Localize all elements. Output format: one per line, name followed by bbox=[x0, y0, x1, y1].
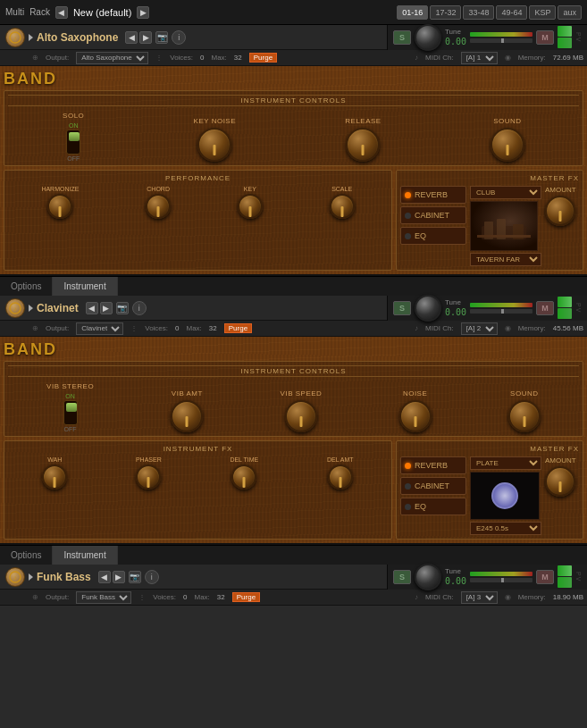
clav-toggle[interactable] bbox=[63, 400, 78, 425]
clav-vibamt-ctrl: VIB AMT bbox=[171, 389, 203, 432]
clav-reverb-type-select[interactable]: PLATE CLUB HALL bbox=[470, 456, 541, 470]
sax-mute-btn[interactable]: M bbox=[536, 30, 554, 45]
sax-amount-knob[interactable] bbox=[545, 196, 575, 226]
clav-tune-knob[interactable] bbox=[415, 295, 441, 322]
sax-output-select[interactable]: Alto Saxophone bbox=[76, 52, 148, 64]
clav-sound-knob[interactable] bbox=[508, 400, 541, 432]
app-title: Multi bbox=[5, 7, 24, 17]
clav-vibamt-knob[interactable] bbox=[171, 400, 203, 432]
clav-off-label: OFF bbox=[64, 426, 77, 432]
sax-options-tab[interactable]: Options bbox=[0, 277, 53, 296]
funk-mute-btn[interactable]: M bbox=[536, 570, 554, 584]
funk-info-btn[interactable]: i bbox=[145, 570, 159, 584]
clav-solo-btn[interactable]: S bbox=[393, 301, 411, 315]
clav-cabinet-btn[interactable]: CABINET bbox=[400, 477, 466, 495]
sax-vol-bar[interactable] bbox=[470, 32, 532, 37]
funk-solo-btn[interactable]: S bbox=[393, 570, 411, 584]
clav-wah-knob[interactable] bbox=[42, 464, 67, 490]
sax-reverb-subtype-select[interactable]: TAVERN FAR TAVERN NEAR bbox=[470, 253, 541, 266]
clav-reverb-subtype-select[interactable]: E245 0.5s E245 1s bbox=[470, 522, 541, 535]
sax-toggle[interactable] bbox=[66, 130, 80, 155]
sax-harm-knob[interactable] bbox=[47, 194, 72, 219]
next-btn[interactable]: ▶ bbox=[137, 6, 149, 19]
tab-aux[interactable]: aux bbox=[558, 5, 582, 20]
sax-purge-btn[interactable]: Purge bbox=[249, 53, 277, 63]
sax-mem-icon: ◉ bbox=[505, 54, 511, 62]
tune-label-funk: Tune bbox=[445, 567, 466, 575]
clav-cabinet-label: CABINET bbox=[415, 481, 449, 490]
clav-mute-btn[interactable]: M bbox=[536, 301, 554, 315]
clav-delamt-knob[interactable] bbox=[328, 464, 353, 490]
clav-next[interactable]: ▶ bbox=[100, 302, 113, 314]
clav-midi-icon: ♪ bbox=[415, 324, 418, 332]
sax-reverb-btn[interactable]: REVERB bbox=[400, 186, 466, 204]
sax-prev[interactable]: ◀ bbox=[125, 31, 138, 44]
funk-midi-select[interactable]: [A] 3 bbox=[461, 591, 498, 604]
sax-key-knob[interactable] bbox=[238, 194, 263, 219]
clav-info-btn[interactable]: i bbox=[132, 301, 147, 315]
sax-eq-btn[interactable]: EQ bbox=[400, 227, 466, 245]
sax-next[interactable]: ▶ bbox=[139, 31, 152, 44]
clav-midi-select[interactable]: [A] 2 bbox=[461, 322, 498, 335]
funk-tune-knob[interactable] bbox=[415, 564, 441, 590]
funk-prev[interactable]: ◀ bbox=[98, 571, 111, 583]
clav-noise-knob[interactable] bbox=[399, 400, 432, 432]
sax-tune-knob[interactable] bbox=[415, 24, 441, 51]
sax-cabinet-btn[interactable]: CABINET bbox=[400, 206, 466, 224]
clav-camera-btn[interactable]: 📷 bbox=[116, 302, 129, 314]
funk-max-val: 32 bbox=[217, 593, 225, 601]
sax-release-knob[interactable] bbox=[346, 128, 380, 162]
clav-amount-knob[interactable] bbox=[545, 466, 575, 497]
sax-info-btn[interactable]: i bbox=[172, 30, 186, 45]
expand-icon-sax[interactable] bbox=[29, 34, 33, 41]
clav-bottom-tabs: Options Instrument bbox=[0, 545, 587, 565]
clav-options-tab[interactable]: Options bbox=[0, 546, 53, 565]
sax-midi-select[interactable]: [A] 1 bbox=[461, 52, 498, 64]
funk-pan-bar[interactable] bbox=[470, 578, 532, 582]
tab-49-64[interactable]: 49-64 bbox=[496, 5, 527, 20]
expand-icon-clav[interactable] bbox=[29, 305, 33, 312]
sax-keynoise-knob[interactable] bbox=[197, 128, 231, 162]
clav-deltime-knob[interactable] bbox=[231, 464, 256, 490]
sax-scale-label: SCALE bbox=[331, 186, 352, 192]
sax-instrument-tab[interactable]: Instrument bbox=[53, 277, 117, 296]
tab-ksp[interactable]: KSP bbox=[529, 5, 556, 20]
clav-reverb-btn[interactable]: REVERB bbox=[400, 456, 466, 474]
sax-reverb-type-select[interactable]: CLUB HALL ROOM bbox=[470, 186, 541, 199]
clav-phaser-knob[interactable] bbox=[136, 464, 161, 490]
sax-chord-knob[interactable] bbox=[146, 194, 171, 219]
tab-33-48[interactable]: 33-48 bbox=[463, 5, 494, 20]
clav-vibspeed-knob[interactable] bbox=[285, 400, 317, 432]
sax-camera-btn[interactable]: 📷 bbox=[155, 31, 168, 44]
clav-voices-val: 0 bbox=[175, 324, 179, 332]
funk-camera-btn[interactable]: 📷 bbox=[129, 571, 141, 583]
funk-output-select[interactable]: Funk Bass bbox=[76, 591, 131, 604]
tab-01-16[interactable]: 01-16 bbox=[397, 5, 428, 20]
clav-pan-bar[interactable] bbox=[470, 309, 532, 314]
clav-wah-ctrl: WAH bbox=[42, 456, 67, 490]
clav-instrument-tab[interactable]: Instrument bbox=[53, 546, 117, 565]
clav-noise-label: NOISE bbox=[403, 389, 427, 397]
sax-solo-btn[interactable]: S bbox=[393, 30, 411, 45]
clav-eq-btn[interactable]: EQ bbox=[400, 498, 466, 515]
sax-scale-knob[interactable] bbox=[330, 194, 355, 219]
tab-17-32[interactable]: 17-32 bbox=[430, 5, 461, 20]
svg-text:♪: ♪ bbox=[13, 35, 17, 41]
sax-cabinet-led bbox=[405, 213, 411, 219]
tune-val-clav: 0.00 bbox=[445, 307, 466, 317]
sax-sound-label: SOUND bbox=[493, 117, 521, 125]
clav-output-label: Output: bbox=[46, 324, 69, 332]
funk-purge-btn[interactable]: Purge bbox=[232, 592, 260, 602]
clav-output-select[interactable]: Clavinet bbox=[76, 322, 123, 335]
funk-next[interactable]: ▶ bbox=[113, 571, 125, 583]
clav-prev[interactable]: ◀ bbox=[86, 302, 98, 314]
sax-mem-val: 72.69 MB bbox=[553, 54, 583, 62]
sax-pan-bar[interactable] bbox=[470, 38, 532, 43]
clav-purge-btn[interactable]: Purge bbox=[224, 323, 252, 333]
main-container: Multi Rack ◀ New (default) ▶ 01-16 17-32… bbox=[0, 0, 587, 728]
funk-vol-bar[interactable] bbox=[470, 572, 532, 576]
sax-sound-knob[interactable] bbox=[491, 128, 524, 162]
expand-icon-funk[interactable] bbox=[29, 573, 33, 581]
clav-vol-bar[interactable] bbox=[470, 303, 532, 307]
prev-btn[interactable]: ◀ bbox=[55, 6, 68, 19]
